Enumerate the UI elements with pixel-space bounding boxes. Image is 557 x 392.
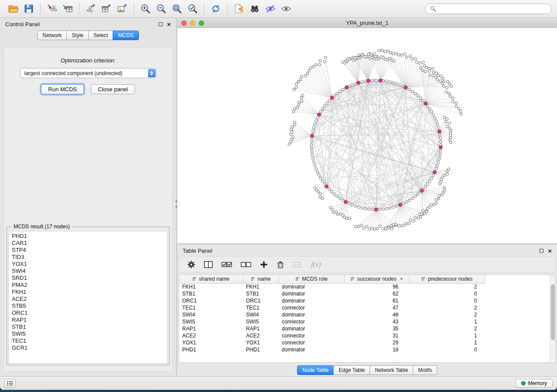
network-node[interactable] (408, 222, 411, 224)
network-node[interactable] (392, 224, 394, 226)
network-node[interactable] (314, 164, 316, 167)
network-node[interactable] (392, 81, 395, 84)
mcds-result-item[interactable]: YOX1 (12, 261, 164, 268)
table-cell[interactable]: 43 (344, 318, 409, 325)
network-node[interactable] (360, 224, 363, 227)
table-cell[interactable]: dominator (279, 325, 344, 332)
network-node[interactable] (446, 125, 449, 127)
table-row[interactable]: SWI5SWI5connector431 (179, 318, 485, 325)
table-cell[interactable]: TEC1 (243, 304, 279, 311)
network-node[interactable] (308, 69, 310, 72)
mcds-result-item[interactable]: CAR1 (12, 240, 164, 247)
mcds-result-item[interactable]: GCR1 (12, 344, 164, 351)
table-cell[interactable]: dominator (279, 311, 344, 318)
network-node[interactable] (425, 66, 428, 69)
column-header-predecessor-nodes[interactable]: predecessor nodes (409, 275, 485, 283)
table-cell[interactable]: ORC1 (179, 297, 243, 304)
network-node[interactable] (448, 122, 451, 124)
mcds-result-item[interactable]: RAP1 (12, 316, 164, 323)
close-window-icon[interactable] (181, 21, 187, 26)
network-node[interactable] (414, 92, 417, 95)
column-header-successor-nodes[interactable]: successor nodes▾ (344, 275, 409, 283)
network-node[interactable] (319, 110, 322, 113)
network-node[interactable] (438, 195, 440, 197)
tab-select[interactable]: Select (88, 31, 113, 40)
network-node[interactable] (430, 110, 433, 113)
table-cell[interactable]: dominator (279, 346, 344, 353)
network-node[interactable] (306, 72, 309, 75)
network-node[interactable] (433, 117, 436, 119)
network-node[interactable] (366, 225, 368, 228)
network-node[interactable] (319, 193, 322, 195)
network-node[interactable] (295, 83, 298, 85)
network-node[interactable] (404, 53, 406, 55)
network-node[interactable] (387, 50, 389, 52)
network-node[interactable] (405, 56, 408, 58)
network-node[interactable] (376, 227, 379, 230)
table-cell[interactable]: ORC1 (243, 297, 279, 304)
network-node[interactable] (411, 197, 414, 200)
network-hub-node[interactable] (433, 171, 436, 174)
delete-column-button[interactable] (276, 260, 285, 269)
table-cell[interactable]: RAP1 (243, 325, 279, 332)
network-node[interactable] (315, 168, 318, 170)
network-node[interactable] (323, 60, 326, 63)
network-node[interactable] (310, 140, 313, 143)
network-node[interactable] (354, 205, 357, 207)
table-row[interactable]: TEC1TEC1connector472 (179, 304, 485, 311)
network-node[interactable] (417, 193, 419, 196)
table-row[interactable]: SWI4SWI4dominator462 (179, 311, 485, 318)
export-network-button[interactable] (83, 2, 99, 16)
network-node[interactable] (300, 96, 303, 99)
network-node[interactable] (426, 183, 429, 186)
table-cell[interactable]: dominator (279, 297, 344, 304)
network-node[interactable] (332, 211, 335, 214)
network-node[interactable] (315, 64, 317, 66)
table-cell[interactable]: ACE2 (179, 332, 243, 339)
network-node[interactable] (424, 70, 427, 73)
network-node[interactable] (411, 58, 413, 60)
network-node[interactable] (363, 227, 365, 230)
network-node[interactable] (294, 124, 296, 126)
network-node[interactable] (442, 77, 444, 80)
network-node[interactable] (459, 110, 462, 112)
network-node[interactable] (432, 71, 435, 73)
network-node[interactable] (449, 139, 451, 141)
network-node[interactable] (437, 74, 439, 77)
network-node[interactable] (316, 171, 319, 173)
network-hub-node[interactable] (399, 203, 402, 206)
table-settings-button[interactable] (187, 260, 196, 269)
network-node[interactable] (346, 217, 348, 220)
table-cell[interactable]: 31 (344, 332, 409, 339)
network-node[interactable] (318, 63, 321, 66)
network-node[interactable] (351, 204, 353, 206)
import-table-button[interactable] (60, 2, 76, 16)
network-node[interactable] (381, 49, 384, 52)
float-panel-icon[interactable] (159, 22, 163, 26)
network-node[interactable] (452, 100, 454, 103)
table-cell[interactable]: 46 (344, 311, 409, 318)
network-node[interactable] (310, 144, 313, 146)
network-node[interactable] (394, 223, 397, 226)
network-node[interactable] (424, 186, 427, 188)
network-node[interactable] (319, 196, 322, 199)
table-cell[interactable]: 29 (344, 339, 409, 346)
close-panel-icon[interactable]: × (167, 21, 171, 28)
network-node[interactable] (312, 130, 315, 132)
network-node[interactable] (330, 190, 333, 193)
network-node[interactable] (395, 83, 398, 85)
optimization-criterion-select[interactable]: largest connected component (undirected) (20, 68, 156, 78)
network-node[interactable] (411, 90, 414, 93)
network-node[interactable] (391, 227, 393, 230)
mcds-result-item[interactable]: ORC1 (12, 309, 164, 316)
network-node[interactable] (315, 120, 318, 122)
network-node[interactable] (422, 61, 425, 64)
network-node[interactable] (382, 208, 384, 210)
network-node[interactable] (390, 224, 392, 227)
table-cell[interactable]: FKH1 (179, 283, 243, 290)
table-cell[interactable]: 61 (344, 297, 409, 304)
network-node[interactable] (435, 202, 437, 204)
network-node[interactable] (322, 107, 324, 110)
network-node[interactable] (371, 208, 374, 211)
network-node[interactable] (392, 52, 394, 55)
